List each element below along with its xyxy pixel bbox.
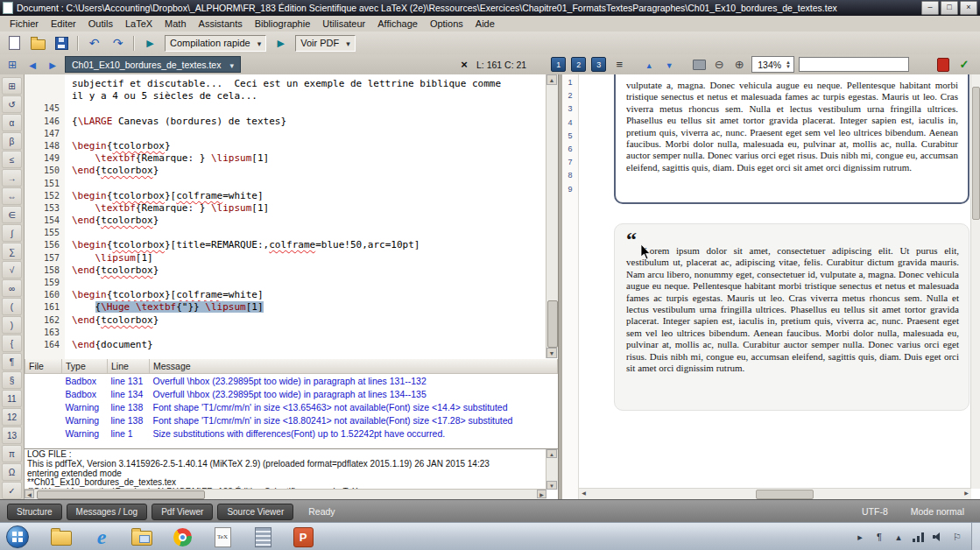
editor-line-current[interactable]: 161 {\Huge \textbf{"}} \lipsum[1] [25,301,558,314]
quick-build-run-button[interactable] [139,33,161,53]
menu-utilisateur[interactable]: Utilisateur [316,18,371,30]
quick-build-selector[interactable]: Compilation rapide [165,35,266,52]
zoom-in-button[interactable] [731,57,747,72]
editor-line[interactable]: 155 [25,227,558,239]
editor-line[interactable]: 164\end{document} [25,339,558,351]
editor-line[interactable]: 150\end{tcolorbox} [25,165,558,177]
structure-toggle-button[interactable] [4,57,20,72]
symbol-panel-icon[interactable]: Ω [2,463,22,481]
view-pdf-selector[interactable]: Voir PDF [295,35,356,52]
previous-document-button[interactable] [25,57,40,72]
pdf-line-number[interactable]: 8 [568,171,572,184]
structure-list-button[interactable] [611,57,627,72]
pdf-horizontal-scrollbar[interactable]: ◀ ▶ [579,488,971,499]
scroll-left-arrow-icon[interactable]: ◀ [25,490,34,498]
symbol-panel-icon[interactable]: ↺ [2,95,22,113]
editor-vertical-scrollbar[interactable]: ▲ ▼ [546,74,558,358]
menu-options[interactable]: Options [424,18,469,30]
open-folder-button[interactable] [27,33,49,53]
scroll-right-arrow-icon[interactable]: ▶ [962,489,971,498]
editor-line[interactable]: 153 \textbf{Remarque: } \lipsum[1] [25,202,558,215]
close-button[interactable]: × [960,1,977,15]
view-mode-button-2[interactable]: 2 [571,57,586,72]
symbol-panel-icon[interactable]: ∑ [2,243,22,260]
symbol-panel-icon[interactable]: 11 [2,390,22,407]
editor-line[interactable]: 154\end{tcolorbox} [25,215,558,227]
editor-line[interactable]: subjectif et discutable... Ceci est un e… [25,78,558,90]
scrollbar-thumb[interactable] [547,300,558,348]
view-pdf-run-button[interactable] [270,33,292,53]
pdf-line-number[interactable]: 3 [568,104,572,117]
pdf-line-number[interactable]: 9 [568,185,572,198]
messages-header-line[interactable]: Line [108,359,150,374]
pdf-line-number[interactable]: 5 [568,131,572,145]
editor-line[interactable]: 162\end{tcolorbox} [25,314,558,327]
previous-page-button[interactable] [641,57,657,72]
symbol-panel-icon[interactable]: ¶ [2,353,22,370]
menu-aide[interactable]: Aide [469,18,501,30]
message-row[interactable]: Warningline 138Font shape 'T1/cmr/m/n' i… [25,413,558,427]
symbol-panel-icon[interactable]: { [2,335,22,352]
editor-line[interactable]: 158\end{tcolorbox} [25,264,558,277]
symbol-panel-icon[interactable]: ⇔ [2,187,22,205]
windows-explorer-taskbar-button[interactable] [122,525,162,549]
symbol-panel-icon[interactable]: → [2,169,22,187]
editor-line[interactable]: 149 \textbf{Remarque: } \lipsum[1] [25,152,558,165]
panel-button-source-viewer[interactable]: Source Viewer [217,504,293,520]
view-mode-button-1[interactable]: 1 [551,57,566,72]
scrollbar-thumb[interactable] [972,87,980,220]
menu-affichage[interactable]: Affichage [371,18,424,30]
close-document-button[interactable] [456,57,472,72]
powerpoint-taskbar-button[interactable] [283,525,323,549]
tex-document-taskbar-button[interactable] [202,525,243,549]
document-viewer-taskbar-button[interactable] [243,525,283,549]
editor-line[interactable]: 145 [25,102,558,115]
pdf-page[interactable]: vulputate a, magna. Donec vehicula augue… [579,74,971,489]
check-syntax-button[interactable] [956,57,972,72]
redo-button[interactable] [107,33,129,53]
view-mode-button-3[interactable]: 3 [591,57,606,72]
message-row[interactable]: Warningline 1Size substitutions with dif… [25,427,558,440]
menu-latex[interactable]: LaTeX [119,18,159,30]
scroll-up-arrow-icon[interactable]: ▲ [546,449,557,458]
scroll-down-arrow-icon[interactable]: ▼ [546,348,557,358]
editor-line[interactable]: 146{\LARGE Canevas (bordures) de textes} [25,116,558,128]
editor-line[interactable]: 163 [25,327,558,339]
new-file-button[interactable] [4,33,25,53]
panel-button-messages-log[interactable]: Messages / Log [67,504,148,520]
symbol-panel-icon[interactable]: 12 [2,408,22,426]
pdf-line-number[interactable]: 6 [568,145,572,158]
editor-line[interactable]: 147 [25,128,558,140]
zoom-out-button[interactable] [711,57,727,72]
scroll-left-arrow-icon[interactable]: ◀ [579,489,589,498]
source-editor[interactable]: subjectif et discutable... Ceci est un e… [25,74,558,360]
search-input[interactable] [799,57,909,72]
scrollbar-thumb[interactable] [37,490,205,499]
editor-line[interactable]: 159 [25,277,558,289]
menu-bibliographie[interactable]: Bibliographie [249,18,317,30]
editor-line[interactable]: 148\begin{tcolorbox} [25,140,558,152]
chrome-taskbar-button[interactable] [162,525,202,549]
symbol-panel-icon[interactable]: ≤ [2,151,22,168]
symbol-panel-icon[interactable]: § [2,371,22,389]
editor-line[interactable]: 156\begin{tcolorbox}[title=REMARQUE:,col… [25,239,558,251]
messages-header-type[interactable]: Type [62,359,108,374]
print-button[interactable] [691,57,707,72]
next-document-button[interactable] [45,57,60,72]
panel-button-pdf-viewer[interactable]: Pdf Viewer [152,504,213,520]
scroll-down-arrow-icon[interactable]: ▼ [546,481,557,490]
volume-icon[interactable] [933,532,943,542]
log-vertical-scrollbar[interactable]: ▲ ▼ [546,449,558,490]
network-icon[interactable] [913,532,924,542]
scroll-up-arrow-icon[interactable]: ▲ [546,74,557,85]
pdf-line-number[interactable]: 2 [568,91,572,104]
messages-header-message[interactable]: Message [150,359,558,374]
start-button[interactable] [6,525,29,548]
menu-assistants[interactable]: Assistants [193,18,249,30]
menu-editer[interactable]: Editer [45,18,82,30]
menu-fichier[interactable]: Fichier [4,18,45,30]
folder-taskbar-button[interactable] [41,525,81,549]
editor-line[interactable]: 152\begin{tcolorbox}[colframe=white] [25,190,558,202]
symbol-panel-icon[interactable]: 13 [2,427,22,444]
symbol-panel-icon[interactable]: ∈ [2,206,22,223]
